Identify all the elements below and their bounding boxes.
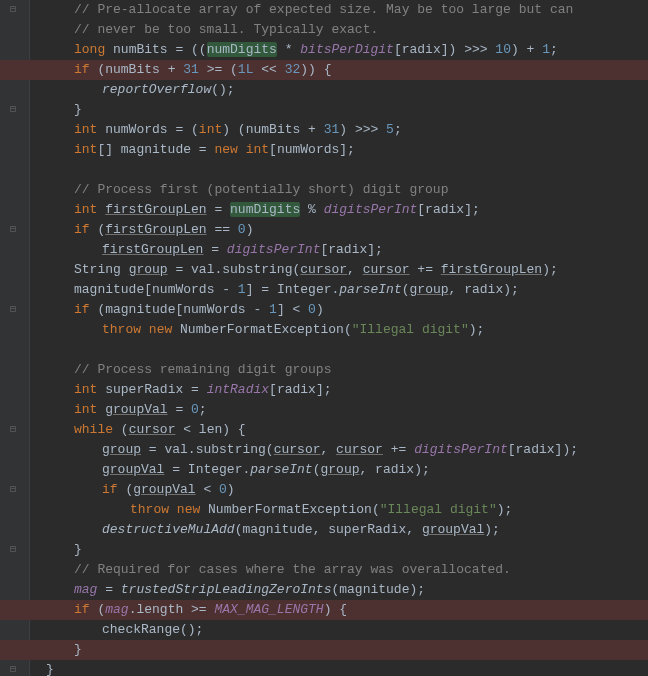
code-line: group = val.substring(cursor, cursor += … [38,440,648,460]
brace: } [74,102,82,117]
code-line: throw new NumberFormatException("Illegal… [38,500,648,520]
brace: } [46,662,54,676]
code-line: magnitude[numWords - 1] = Integer.parseI… [38,280,648,300]
code-line: groupVal = Integer.parseInt(group, radix… [38,460,648,480]
fold-icon[interactable]: ⊟ [8,425,18,435]
code-line: if (firstGroupLen == 0) [38,220,648,240]
comment: // Pre-allocate array of expected size. … [74,2,573,17]
comment: // Process first (potentially short) dig… [74,182,448,197]
comment: // Required for cases where the array wa… [74,562,511,577]
code-line: int[] magnitude = new int[numWords]; [38,140,648,160]
comment: // never be too small. Typically exact. [74,22,378,37]
code-line: int groupVal = 0; [38,400,648,420]
code-line: if (mag.length >= MAX_MAG_LENGTH) { [38,600,648,620]
code-line: String group = val.substring(cursor, cur… [38,260,648,280]
code-line: while (cursor < len) { [38,420,648,440]
fold-icon[interactable]: ⊟ [8,545,18,555]
code-line: int firstGroupLen = numDigits % digitsPe… [38,200,648,220]
code-line: if (numBits + 31 >= (1L << 32)) { [38,60,648,80]
code-line: destructiveMulAdd(magnitude, superRadix,… [38,520,648,540]
code-line: int superRadix = intRadix[radix]; [38,380,648,400]
brace: } [74,542,82,557]
code-line: if (groupVal < 0) [38,480,648,500]
code-line: throw new NumberFormatException("Illegal… [38,320,648,340]
code-line: checkRange(); [38,620,648,640]
code-line: int numWords = (int) (numBits + 31) >>> … [38,120,648,140]
fold-icon[interactable]: ⊟ [8,5,18,15]
code-line: reportOverflow(); [38,80,648,100]
editor-gutter: ⊟ ⊟ ⊟ ⊟ ⊟ ⊟ ⊟ ⊟ ⊟ ⊟ ⊟ [0,0,30,676]
comment: // Process remaining digit groups [74,362,331,377]
highlighted-var: numDigits [230,202,300,217]
fold-icon[interactable]: ⊟ [8,225,18,235]
fold-icon[interactable]: ⊟ [8,485,18,495]
fold-icon[interactable]: ⊟ [8,305,18,315]
code-line: firstGroupLen = digitsPerInt[radix]; [38,240,648,260]
code-editor[interactable]: // Pre-allocate array of expected size. … [30,0,648,676]
code-line: mag = trustedStripLeadingZeroInts(magnit… [38,580,648,600]
fold-icon[interactable]: ⊟ [8,105,18,115]
code-line: if (magnitude[numWords - 1] < 0) [38,300,648,320]
code-line: long numBits = ((numDigits * bitsPerDigi… [38,40,648,60]
brace: } [74,642,82,657]
highlighted-var: numDigits [207,42,277,57]
fold-icon[interactable]: ⊟ [8,665,18,675]
